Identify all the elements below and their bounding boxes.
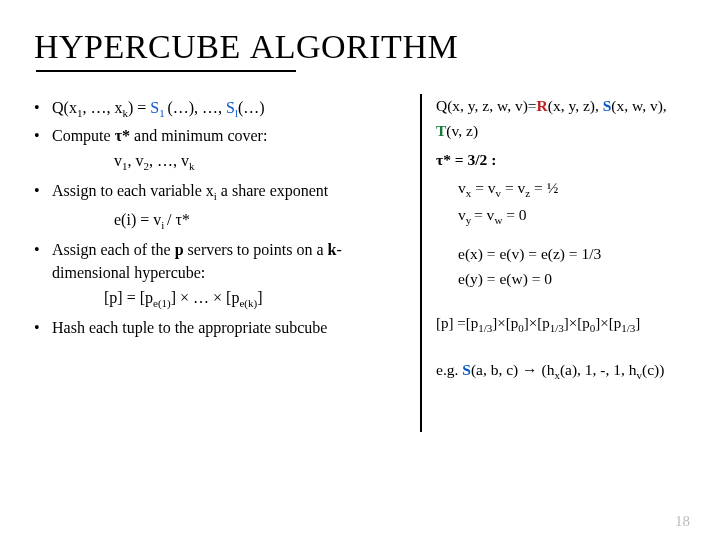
e-values-1: e(x) = e(v) = e(z) = 1/3 (458, 242, 686, 267)
bullet-2: • Compute τ* and minimum cover: (34, 124, 406, 147)
e-values-2: e(y) = e(w) = 0 (458, 267, 686, 292)
title-underline (36, 70, 296, 72)
bullet-4-detail: [p] = [pe(1)] × … × [pe(k)] (104, 286, 406, 312)
hash-example: e.g. S(a, b, c) → (hx(a), 1, -, 1, hv(c)… (436, 358, 686, 385)
slide-title: HYPERCUBE ALGORITHM (34, 28, 686, 66)
v-values-2: vy = vw = 0 (458, 203, 686, 230)
v-values-1: vx = vv = vz = ½ (458, 176, 686, 203)
bullet-3-detail: e(i) = vi / τ* (114, 208, 406, 234)
right-column: Q(x, y, z, w, v)=R(x, y, z), S(x, w, v),… (436, 94, 686, 432)
left-column: • Q(x1, …, xk) = S1 (…), …, Sl(…) • Comp… (34, 94, 406, 432)
page-number: 18 (675, 513, 690, 530)
example-query: Q(x, y, z, w, v)=R(x, y, z), S(x, w, v),… (436, 94, 686, 144)
p-expansion: [p] =[p1/3]×[p0]×[p1/3]×[p0]×[p1/3] (436, 311, 686, 338)
bullet-1: • Q(x1, …, xk) = S1 (…), …, Sl(…) (34, 96, 406, 122)
column-divider (420, 94, 422, 432)
bullet-5: • Hash each tuple to the appropriate sub… (34, 316, 406, 339)
bullet-4: • Assign each of the p servers to points… (34, 238, 406, 284)
tau-value: τ* = 3/2 : (436, 148, 686, 173)
bullet-3: • Assign to each variable xi a share exp… (34, 179, 406, 205)
bullet-2-detail: v1, v2, …, vk (114, 149, 406, 175)
